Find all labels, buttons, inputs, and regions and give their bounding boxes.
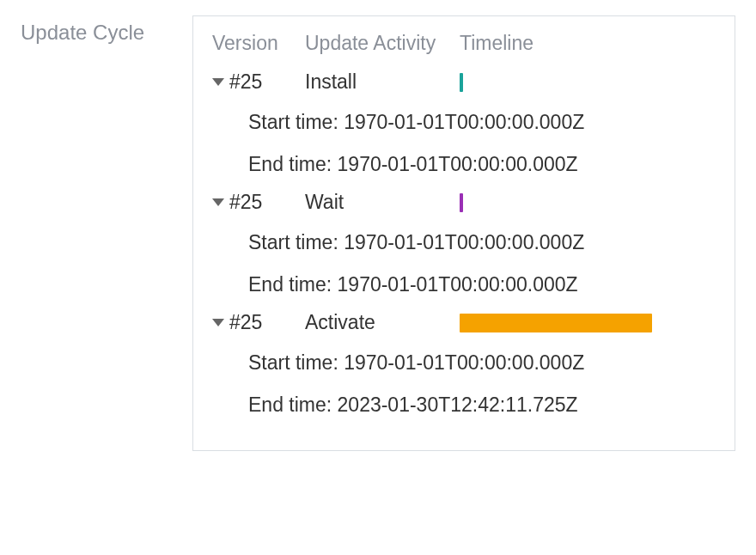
start-time-label: Start time: — [248, 111, 338, 133]
timeline-bar — [460, 73, 463, 92]
start-time-value: 1970-01-01T00:00:00.000Z — [344, 111, 584, 133]
header-version: Version — [212, 32, 305, 55]
caret-down-icon — [212, 198, 224, 206]
version-value: #25 — [229, 191, 262, 214]
timeline-bar — [460, 314, 652, 332]
caret-down-icon — [212, 319, 224, 326]
row-details: Start time: 1970-01-01T00:00:00.000Z End… — [212, 107, 716, 179]
update-cycle-panel: Version Update Activity Timeline #25 Ins… — [192, 15, 735, 451]
start-time-value: 1970-01-01T00:00:00.000Z — [344, 351, 584, 374]
table-header-row: Version Update Activity Timeline — [212, 32, 716, 55]
row-toggle[interactable]: #25 Install — [212, 70, 716, 94]
row-toggle[interactable]: #25 Activate — [212, 311, 716, 334]
table-row: #25 Install Start time: 1970-01-01T00:00… — [212, 70, 716, 179]
table-row: #25 Activate Start time: 1970-01-01T00:0… — [212, 311, 716, 419]
end-time-value: 1970-01-01T00:00:00.000Z — [338, 273, 578, 296]
end-time-value: 2023-01-30T12:42:11.725Z — [338, 393, 578, 416]
row-toggle[interactable]: #25 Wait — [212, 191, 716, 214]
table-row: #25 Wait Start time: 1970-01-01T00:00:00… — [212, 191, 716, 299]
caret-down-icon — [212, 78, 224, 86]
end-time-label: End time: — [248, 153, 332, 175]
header-activity: Update Activity — [305, 32, 460, 55]
activity-value: Install — [305, 70, 460, 94]
section-label-update-cycle: Update Cycle — [21, 15, 192, 45]
timeline-bar — [460, 193, 463, 212]
start-time-label: Start time: — [248, 351, 338, 374]
start-time-value: 1970-01-01T00:00:00.000Z — [344, 231, 584, 253]
end-time-label: End time: — [248, 393, 332, 416]
activity-value: Wait — [305, 191, 460, 214]
row-details: Start time: 1970-01-01T00:00:00.000Z End… — [212, 228, 716, 299]
end-time-label: End time: — [248, 273, 332, 296]
version-value: #25 — [229, 70, 262, 94]
header-timeline: Timeline — [460, 32, 716, 55]
start-time-label: Start time: — [248, 231, 338, 253]
row-details: Start time: 1970-01-01T00:00:00.000Z End… — [212, 348, 716, 419]
end-time-value: 1970-01-01T00:00:00.000Z — [338, 153, 578, 175]
activity-value: Activate — [305, 311, 460, 334]
version-value: #25 — [229, 311, 262, 334]
